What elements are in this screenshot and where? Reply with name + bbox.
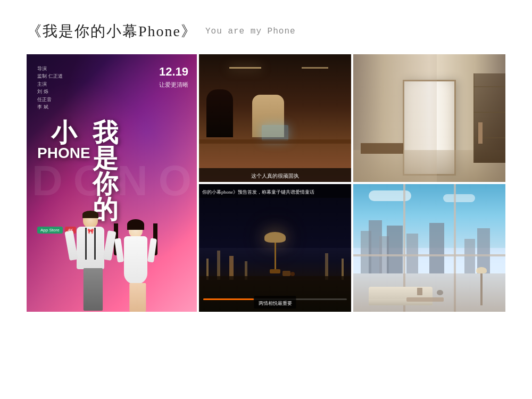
video1-subtitle: 这个人真的很顽固执 [251, 173, 299, 179]
coffee-table [406, 297, 444, 302]
city-panoramic[interactable] [353, 184, 505, 312]
table-item-2 [290, 272, 295, 276]
shelf-1 [473, 86, 505, 87]
header: 《我是你的小幕Phone》 You are my Phone [27, 21, 505, 41]
skyscraper-7 [477, 228, 490, 273]
video2-banner-text: 你的小幕phone》预告首发，称幕童子键共谱爱情童话 [202, 189, 314, 195]
interior-room[interactable] [353, 54, 505, 182]
skyscraper-4 [387, 226, 403, 273]
images-grid: 导演 监制 仁正道 主演 刘 烁 任正音 李 斌 12.19 让爱更清晰 [27, 54, 505, 378]
actor-male-figure: 🎀 [64, 211, 117, 312]
ceiling-light-2 [302, 67, 328, 69]
male-arm-left [64, 230, 78, 261]
poster-date-area: 12.19 让爱更清晰 [159, 65, 188, 89]
video2-subtitle-container: 两情相悦最重要 [254, 296, 296, 309]
title-shi: 是 [93, 146, 118, 171]
vase [417, 288, 422, 295]
credit-cast1: 刘 烁 [37, 88, 186, 95]
video2-subtitle: 两情相悦最重要 [259, 301, 292, 306]
shelf-2 [473, 112, 505, 113]
window-frame-h1 [353, 254, 505, 256]
male-bowtie: 🎀 [87, 229, 94, 234]
skyscraper-6 [429, 223, 444, 273]
table-lamp [264, 235, 286, 273]
male-arm-right [103, 230, 116, 261]
floor-lamp [478, 122, 483, 144]
room-inner [353, 54, 505, 182]
title-wo: 我 [93, 120, 118, 146]
ceiling-light-1 [229, 67, 261, 69]
lamp-shade [264, 232, 286, 243]
person-back-left [206, 89, 233, 137]
female-dress [124, 236, 147, 284]
title-phone: PHONE [37, 146, 90, 161]
cityview-inner [353, 184, 505, 312]
video-progress-fill [203, 298, 254, 300]
poster-date: 12.19 [159, 65, 188, 79]
title-xiao: 小 [51, 120, 77, 146]
table-surface [199, 139, 351, 144]
actor-female-figure [112, 221, 160, 312]
female-hair-top [127, 219, 144, 230]
credit-cast3: 李 斌 [37, 103, 186, 111]
lamp-pole [275, 243, 276, 269]
male-hair [82, 211, 98, 218]
page-container: 《我是你的小幕Phone》 You are my Phone 导演 监制 仁正道… [0, 0, 532, 399]
male-leg-right [91, 268, 103, 311]
table-item-1 [282, 271, 290, 276]
building-2 [217, 251, 220, 280]
scene-background [199, 54, 351, 182]
video-still-1[interactable]: 这个人真的很顽固执 [199, 54, 351, 182]
night-video[interactable]: 你的小幕phone》预告首发，称幕童子键共谱爱情童话 两情相悦最重要 [199, 184, 351, 312]
left-wall [353, 54, 437, 182]
title-chinese: 《我是你的小幕Phone》 [27, 21, 197, 41]
badge-1: App Store [37, 227, 63, 234]
cloud-2 [443, 194, 475, 202]
bowl [437, 290, 443, 295]
console-table [361, 143, 403, 154]
credit-cast2: 任正音 [37, 96, 186, 103]
interior-lamp-pole [480, 273, 483, 305]
night-inner [199, 184, 351, 312]
skyscraper-5 [406, 234, 418, 273]
lamp-base [270, 269, 280, 273]
movie-poster[interactable]: 导演 监制 仁正道 主演 刘 烁 任正音 李 斌 12.19 让爱更清晰 [27, 54, 197, 312]
interior-lamp-shade [476, 267, 487, 273]
video1-subtitle-bar: 这个人真的很顽固执 [199, 168, 351, 182]
title-english: You are my Phone [205, 27, 296, 36]
title-ni: 你 [93, 171, 118, 197]
laptop-screen [262, 125, 288, 141]
video2-banner: 你的小幕phone》预告首发，称幕童子键共谱爱情童话 [199, 184, 351, 198]
poster-tagline: 让爱更清晰 [159, 81, 188, 89]
female-leg-right [136, 283, 146, 312]
